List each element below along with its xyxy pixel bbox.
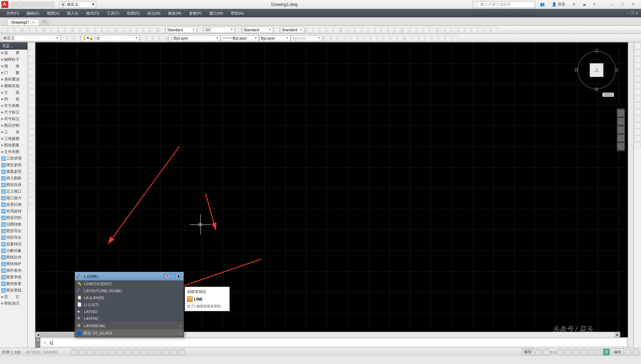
tb-mod13-icon[interactable] [406,35,412,41]
qat-new-icon[interactable] [11,2,17,7]
tb-dim16-icon[interactable] [410,27,416,33]
viewcube[interactable]: 上 北 南 东 西 [576,49,617,91]
tb-mod3-icon[interactable] [338,35,344,41]
menu-view[interactable]: 视图(V) [43,10,63,17]
qat-undo-icon[interactable] [42,2,48,7]
scroll-left-icon[interactable]: ◄ [35,332,41,337]
panel-item[interactable]: 图变单色 [0,274,27,280]
doc-close-button[interactable]: ✕ [635,11,638,16]
tb-publish-icon[interactable] [36,27,43,33]
menu-edit[interactable]: 编辑(E) [23,10,43,17]
panel-item[interactable]: 改变比例 [0,201,27,208]
help-icon[interactable]: ? [591,2,597,7]
qat-saveas-icon[interactable] [30,2,35,7]
tb-undo-icon[interactable] [74,27,80,33]
panel-item[interactable]: ▶尺寸标注 [0,109,27,116]
command-input[interactable]: >_ L [41,339,627,347]
panel-item[interactable]: 布局旋转 [0,208,27,214]
ellipsearc-icon[interactable] [28,109,35,115]
panel-item[interactable]: 颜色恢复 [0,280,27,287]
circle-icon[interactable] [28,83,35,89]
ellipse-icon[interactable] [28,102,35,109]
tb-redo-icon[interactable] [80,27,86,33]
tb-mod18-icon[interactable] [439,35,445,41]
nav-zoom-icon[interactable] [617,126,624,133]
move-icon[interactable] [634,76,641,82]
sb-sc-icon[interactable] [171,349,177,355]
menu-window[interactable]: 窗口(W) [206,10,227,17]
ac-pin-icon[interactable]: ▮ [176,274,181,279]
anno-scale[interactable]: 1:1 [551,350,556,354]
xline-icon[interactable] [28,50,35,56]
tb-dim18-icon[interactable] [423,27,429,33]
panel-item[interactable]: ▶墙 体 [0,63,27,69]
linetype-combo[interactable]: ByLayer▼ [221,35,259,41]
panel-item[interactable]: ▶门 窗 [0,69,27,76]
mtext-icon[interactable] [28,162,35,168]
ac-globe-icon[interactable]: 🌐 [170,274,175,279]
chamfer-icon[interactable] [634,129,641,135]
lineweight-combo[interactable]: ByLayer▼ [259,35,290,41]
menu-parametric[interactable]: 参数(P) [186,10,205,17]
tb-new-icon[interactable] [1,27,8,33]
sb-polar-icon[interactable] [102,349,108,355]
sb-tpy-icon[interactable] [155,349,162,355]
trim-icon[interactable] [634,102,641,109]
qat-save-icon[interactable] [24,2,29,7]
tb-dim6-icon[interactable] [342,27,348,33]
ac-help-icon[interactable]: ? [165,274,170,279]
sb-ws-icon[interactable] [573,349,579,355]
maximize-button[interactable]: ☐ [617,1,628,8]
tb-dim3-icon[interactable] [320,27,326,33]
tb-open-icon[interactable] [8,27,14,33]
menu-modify[interactable]: 修改(M) [165,10,185,17]
search-input[interactable]: 键入关键字或短语 [473,1,535,8]
panel-item[interactable]: 图纸目录 [0,181,27,188]
app-icon[interactable] [1,1,8,8]
sb-ortho-icon[interactable] [94,349,101,355]
line-icon[interactable] [28,43,35,49]
menu-insert[interactable]: 插入(I) [64,10,82,17]
panel-item[interactable]: 分解对象 [0,247,27,254]
tb-layeriso-icon[interactable] [146,35,153,41]
sb-custom-icon[interactable] [633,349,639,355]
viewcube-top-face[interactable]: 上 [590,63,604,77]
mlstyle-combo[interactable]: Standard▼ [280,27,304,33]
rotate-icon[interactable] [634,83,641,89]
ac-item-layfrz[interactable]: ❄LAYFRZ [75,315,184,322]
tb-layer2-icon[interactable] [67,35,74,41]
viewcube-west[interactable]: 西 [574,67,579,73]
nav-pan-icon[interactable] [617,118,624,125]
close-button[interactable]: ✕ [628,1,638,8]
signin-button[interactable]: 👤 登录 [550,1,567,8]
sb-clean-icon[interactable] [625,349,631,355]
tb-mod12-icon[interactable] [397,35,403,41]
mirror-icon[interactable] [634,56,641,62]
tb-mod6-icon[interactable] [357,35,364,41]
panel-item[interactable]: ▶剖 面 [0,96,27,102]
explode-icon[interactable] [634,142,641,148]
tb-designcenter-icon[interactable] [124,27,130,33]
new-tab-button[interactable]: + [41,19,49,25]
tb-dim17-icon[interactable] [416,27,423,33]
sb-dyn-icon[interactable] [140,349,146,355]
join-icon[interactable] [634,122,641,128]
panel-item[interactable]: 重载参照 [0,168,27,175]
nav-orbit-icon[interactable] [617,135,624,142]
panel-item[interactable]: 定义视口 [0,188,27,195]
tb-dim21-icon[interactable] [445,27,451,33]
layer-combo[interactable]: 💡❄🔒⬜ 0▼ [81,35,140,41]
array-icon[interactable] [634,69,641,76]
sb-qp-icon[interactable] [163,349,169,355]
panel-item[interactable]: ▶轴网柱子 [0,56,27,63]
infocenter-icon[interactable]: 👥 [538,1,547,7]
tb-markup-icon[interactable] [144,27,150,33]
panel-item[interactable]: ▶设 置 [0,50,27,56]
panel-item[interactable]: 旧图转换 [0,221,27,228]
panel-item[interactable]: ▶图块图案 [0,142,27,149]
panel-item[interactable]: ▶立 面 [0,89,27,96]
tb-dim7-icon[interactable] [348,27,355,33]
tb-mod16-icon[interactable] [425,35,432,41]
qat-redo-icon[interactable] [49,2,54,7]
panel-item[interactable]: ▶文件布图 [0,149,27,155]
